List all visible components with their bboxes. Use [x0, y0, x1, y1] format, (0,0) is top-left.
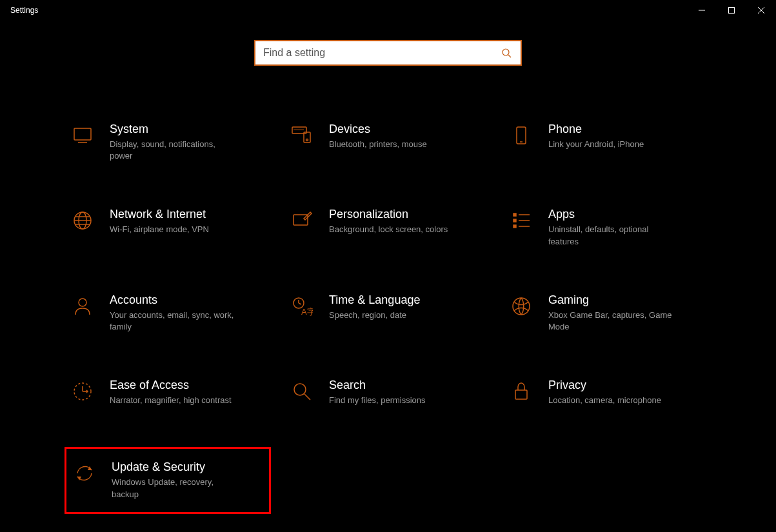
tile-devices[interactable]: Devices Bluetooth, printers, mouse: [284, 117, 490, 167]
tile-title: Phone: [548, 123, 644, 136]
tile-desc: Narrator, magnifier, high contrast: [110, 395, 232, 406]
tile-desc: Display, sound, notifications, power: [110, 139, 239, 162]
search-box[interactable]: [254, 40, 522, 66]
svg-rect-22: [513, 225, 516, 228]
svg-rect-12: [517, 127, 526, 144]
tile-network[interactable]: Network & Internet Wi-Fi, airplane mode,…: [65, 202, 271, 252]
close-button[interactable]: [746, 0, 776, 21]
tile-desc: Xbox Game Bar, captures, Game Mode: [548, 310, 677, 333]
svg-line-5: [508, 55, 511, 57]
maximize-button[interactable]: [717, 0, 746, 21]
tile-title: Devices: [329, 123, 427, 136]
gaming-icon: [508, 293, 534, 319]
tile-desc: Uninstall, defaults, optional features: [548, 224, 677, 247]
settings-grid: System Display, sound, notifications, po…: [0, 66, 776, 532]
tile-title: Update & Security: [112, 460, 241, 474]
tile-system[interactable]: System Display, sound, notifications, po…: [65, 117, 271, 167]
tile-title: Network & Internet: [110, 208, 209, 221]
tile-desc: Link your Android, iPhone: [548, 139, 644, 150]
tile-desc: Your accounts, email, sync, work, family: [110, 310, 239, 333]
maximize-icon: [728, 7, 735, 14]
tile-title: Search: [329, 379, 426, 392]
tile-phone[interactable]: Phone Link your Android, iPhone: [503, 117, 710, 167]
tile-privacy[interactable]: Privacy Location, camera, microphone: [503, 373, 710, 411]
tile-desc: Wi-Fi, airplane mode, VPN: [110, 224, 209, 235]
svg-rect-21: [513, 219, 516, 222]
svg-line-29: [299, 303, 301, 304]
devices-icon: [289, 123, 315, 148]
svg-line-35: [304, 394, 310, 400]
svg-rect-6: [74, 128, 91, 140]
tile-accounts[interactable]: Accounts Your accounts, email, sync, wor…: [65, 288, 271, 338]
minimize-icon: [699, 7, 705, 14]
tile-title: Apps: [548, 208, 677, 221]
tile-title: System: [110, 123, 239, 136]
svg-point-11: [306, 139, 308, 141]
update-icon: [72, 460, 97, 486]
phone-icon: [508, 123, 534, 148]
person-icon: [70, 293, 95, 319]
tile-title: Privacy: [548, 379, 661, 392]
tile-desc: Background, lock screen, colors: [329, 224, 448, 235]
tile-gaming[interactable]: Gaming Xbox Game Bar, captures, Game Mod…: [503, 288, 710, 338]
svg-point-31: [513, 298, 530, 315]
paint-icon: [289, 208, 315, 233]
apps-icon: [508, 208, 534, 233]
tile-search[interactable]: Search Find my files, permissions: [284, 373, 490, 411]
search-tile-icon: [289, 379, 315, 404]
minimize-button[interactable]: [687, 0, 717, 21]
tile-desc: Bluetooth, printers, mouse: [329, 139, 427, 150]
search-container: [0, 40, 776, 66]
tile-desc: Find my files, permissions: [329, 395, 426, 406]
tile-apps[interactable]: Apps Uninstall, defaults, optional featu…: [503, 202, 710, 252]
svg-point-4: [502, 49, 509, 55]
titlebar: Settings: [0, 0, 776, 21]
tile-time-language[interactable]: A字 Time & Language Speech, region, date: [284, 288, 490, 338]
tile-title: Ease of Access: [110, 379, 232, 392]
window-title: Settings: [10, 6, 38, 15]
tile-title: Gaming: [548, 293, 677, 307]
search-icon: [500, 46, 513, 59]
tile-title: Accounts: [110, 293, 239, 307]
globe-icon: [70, 208, 95, 233]
close-icon: [758, 7, 764, 14]
tile-desc: Windows Update, recovery, backup: [112, 477, 241, 500]
search-input[interactable]: [263, 47, 500, 59]
tile-update-security[interactable]: Update & Security Windows Update, recove…: [65, 447, 271, 513]
tile-desc: Location, camera, microphone: [548, 395, 661, 406]
svg-rect-20: [513, 213, 516, 216]
tile-title: Personalization: [329, 208, 448, 221]
svg-text:A字: A字: [301, 307, 313, 317]
svg-point-34: [294, 384, 306, 395]
ease-of-access-icon: [70, 379, 95, 404]
svg-point-26: [79, 299, 86, 306]
tile-ease-of-access[interactable]: Ease of Access Narrator, magnifier, high…: [65, 373, 271, 411]
window-controls: [687, 0, 776, 21]
system-icon: [70, 123, 95, 148]
lock-icon: [508, 379, 534, 404]
tile-personalization[interactable]: Personalization Background, lock screen,…: [284, 202, 490, 252]
svg-rect-1: [729, 8, 735, 14]
tile-desc: Speech, region, date: [329, 310, 420, 321]
svg-rect-36: [515, 390, 527, 399]
time-language-icon: A字: [289, 293, 315, 319]
tile-title: Time & Language: [329, 293, 420, 307]
